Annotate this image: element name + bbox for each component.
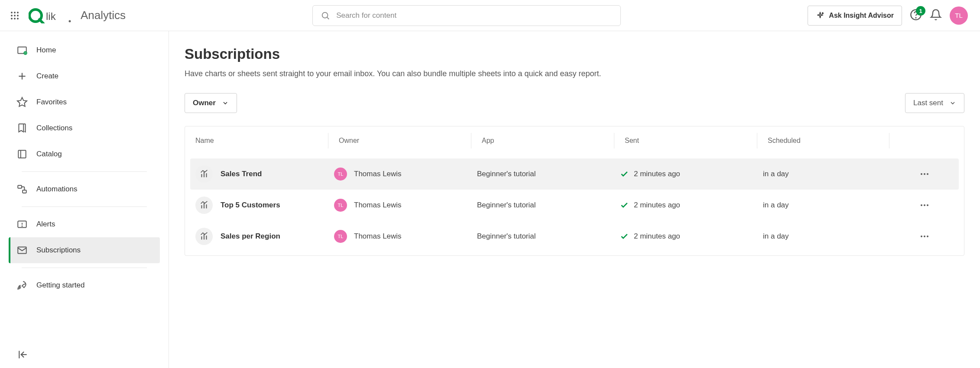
sidebar-item-home[interactable]: Home [9,37,160,63]
app-name: Beginner's tutorial [477,170,620,178]
svg-point-1 [14,12,16,13]
column-header-owner[interactable]: Owner [328,133,471,148]
app-name: Beginner's tutorial [477,232,620,241]
sparkle-icon [816,11,824,20]
owner-name: Thomas Lewis [354,232,402,241]
owner-avatar: TL [334,168,347,181]
search-input[interactable] [336,11,613,20]
search-box[interactable] [312,5,621,26]
svg-point-47 [924,236,925,237]
subscription-name: Sales per Region [221,232,280,241]
rocket-icon [16,280,28,291]
user-avatar[interactable]: TL [950,6,968,25]
ask-insight-advisor-button[interactable]: Ask Insight Advisor [808,6,902,26]
sidebar-item-create[interactable]: Create [9,63,160,89]
catalog-icon [16,148,28,160]
chart-icon [195,165,213,183]
sidebar-item-label: Subscriptions [36,246,81,255]
scheduled-time: in a day [763,232,895,241]
svg-point-7 [14,18,16,19]
chart-icon [195,228,213,245]
subscription-name: Sales Trend [221,170,262,178]
ask-advisor-label: Ask Insight Advisor [829,12,894,19]
automation-icon [16,184,28,195]
sidebar-item-label: Catalog [36,150,62,158]
chart-icon [195,197,213,214]
owner-name: Thomas Lewis [354,170,402,178]
sidebar-item-label: Collections [36,124,72,132]
notifications-button[interactable] [930,9,942,22]
help-button[interactable]: 1 [910,9,922,22]
more-actions-button[interactable] [919,231,930,242]
svg-point-35 [924,173,925,175]
svg-point-42 [927,204,928,206]
qlik-logo[interactable]: lik [29,8,72,23]
sent-time: 2 minutes ago [634,201,680,210]
svg-point-2 [17,12,19,13]
column-header-actions [889,133,964,148]
table-row[interactable]: Top 5 Customers TL Thomas Lewis Beginner… [190,190,959,221]
sidebar-item-label: Create [36,72,58,81]
search-icon [321,11,330,20]
owner-avatar: TL [334,230,347,243]
bookmark-icon [16,123,28,134]
star-icon [16,97,28,108]
svg-point-40 [921,204,922,206]
toolbar: Owner Last sent [185,93,964,113]
svg-point-12 [322,12,328,18]
chevron-down-icon [949,100,956,107]
collapse-sidebar-button[interactable] [17,349,29,360]
svg-point-48 [927,236,928,237]
sidebar-item-label: Automations [36,185,78,194]
sidebar-item-favorites[interactable]: Favorites [9,89,160,115]
more-actions-button[interactable] [919,200,930,210]
svg-rect-24 [23,190,26,193]
table-row[interactable]: Sales per Region TL Thomas Lewis Beginne… [190,221,959,252]
owner-name: Thomas Lewis [354,201,402,210]
svg-point-5 [17,15,19,16]
sidebar-item-automations[interactable]: Automations [9,176,160,202]
column-header-scheduled[interactable]: Scheduled [757,133,889,148]
svg-point-46 [921,236,922,237]
sidebar-item-collections[interactable]: Collections [9,115,160,141]
sort-button[interactable]: Last sent [905,93,964,113]
sidebar: Home Create Favorites Collections Catalo… [0,31,169,368]
help-badge: 1 [916,6,925,16]
table-row[interactable]: Sales Trend TL Thomas Lewis Beginner's t… [190,158,959,190]
svg-point-41 [924,204,925,206]
app-launcher-icon[interactable] [10,10,20,21]
svg-point-8 [17,18,19,19]
sidebar-item-catalog[interactable]: Catalog [9,141,160,167]
svg-line-13 [327,17,329,19]
owner-filter-button[interactable]: Owner [185,93,237,113]
table-header: Name Owner App Sent Scheduled [185,126,964,155]
page-description: Have charts or sheets sent straight to y… [185,69,964,78]
subscription-name: Top 5 Customers [221,201,280,210]
svg-point-34 [921,173,922,175]
column-header-name[interactable]: Name [185,133,328,148]
check-icon [620,170,629,178]
check-icon [620,201,629,210]
collapse-icon [17,349,29,360]
svg-rect-23 [18,185,22,188]
nav-divider [22,171,147,172]
scheduled-time: in a day [763,201,895,210]
sidebar-item-subscriptions[interactable]: Subscriptions [9,237,160,263]
plus-icon [16,71,28,82]
sidebar-item-alerts[interactable]: Alerts [9,211,160,237]
column-header-sent[interactable]: Sent [614,133,757,148]
more-actions-button[interactable] [919,169,930,179]
sent-time: 2 minutes ago [634,232,680,241]
column-header-app[interactable]: App [471,133,614,148]
svg-point-36 [927,173,928,175]
nav-divider [22,268,147,268]
owner-filter-label: Owner [193,99,216,107]
bell-icon [930,9,942,21]
sidebar-item-getting-started[interactable]: Getting started [9,272,160,298]
svg-point-15 [915,17,916,18]
home-icon [16,45,28,56]
sidebar-item-label: Getting started [36,281,85,290]
scheduled-time: in a day [763,170,895,178]
table-body: Sales Trend TL Thomas Lewis Beginner's t… [185,155,964,255]
app-name: Beginner's tutorial [477,201,620,210]
